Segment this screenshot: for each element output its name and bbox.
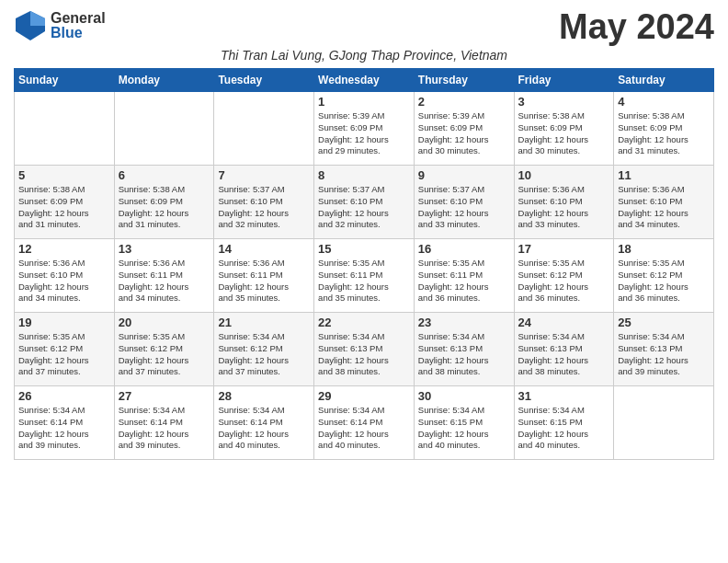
calendar-cell: 28Sunrise: 5:34 AM Sunset: 6:14 PM Dayli… xyxy=(214,386,314,460)
day-info: Sunrise: 5:39 AM Sunset: 6:09 PM Dayligh… xyxy=(318,110,410,157)
day-info: Sunrise: 5:36 AM Sunset: 6:11 PM Dayligh… xyxy=(119,258,210,304)
day-number: 11 xyxy=(618,168,710,182)
day-info: Sunrise: 5:34 AM Sunset: 6:13 PM Dayligh… xyxy=(518,331,610,378)
day-number: 6 xyxy=(119,168,210,182)
day-info: Sunrise: 5:35 AM Sunset: 6:11 PM Dayligh… xyxy=(418,258,510,304)
calendar-cell xyxy=(114,92,214,166)
day-info: Sunrise: 5:36 AM Sunset: 6:10 PM Dayligh… xyxy=(618,184,710,231)
day-number: 4 xyxy=(618,95,710,109)
calendar-cell: 8Sunrise: 5:37 AM Sunset: 6:10 PM Daylig… xyxy=(314,166,415,239)
day-number: 21 xyxy=(218,316,310,329)
day-number: 9 xyxy=(418,168,510,182)
day-number: 19 xyxy=(18,316,110,329)
day-number: 31 xyxy=(518,389,610,403)
day-number: 22 xyxy=(318,316,410,329)
calendar-cell: 27Sunrise: 5:34 AM Sunset: 6:14 PM Dayli… xyxy=(114,386,214,460)
column-header-monday: Monday xyxy=(114,69,214,92)
header: General Blue May 2024 xyxy=(14,9,714,44)
day-number: 23 xyxy=(418,316,510,329)
day-info: Sunrise: 5:34 AM Sunset: 6:13 PM Dayligh… xyxy=(318,331,410,378)
day-info: Sunrise: 5:38 AM Sunset: 6:09 PM Dayligh… xyxy=(18,184,110,231)
day-number: 7 xyxy=(218,168,310,182)
calendar-cell: 13Sunrise: 5:36 AM Sunset: 6:11 PM Dayli… xyxy=(114,239,214,313)
calendar-cell: 26Sunrise: 5:34 AM Sunset: 6:14 PM Dayli… xyxy=(15,386,115,460)
logo-general: General xyxy=(51,10,106,26)
day-number: 5 xyxy=(18,168,110,182)
calendar-cell xyxy=(214,92,314,166)
calendar-week-2: 5Sunrise: 5:38 AM Sunset: 6:09 PM Daylig… xyxy=(15,166,714,239)
day-info: Sunrise: 5:35 AM Sunset: 6:12 PM Dayligh… xyxy=(518,258,610,304)
day-info: Sunrise: 5:34 AM Sunset: 6:13 PM Dayligh… xyxy=(618,331,710,378)
calendar-cell: 24Sunrise: 5:34 AM Sunset: 6:13 PM Dayli… xyxy=(514,313,614,386)
calendar-week-5: 26Sunrise: 5:34 AM Sunset: 6:14 PM Dayli… xyxy=(15,386,714,460)
day-info: Sunrise: 5:34 AM Sunset: 6:13 PM Dayligh… xyxy=(418,331,510,378)
calendar-subtitle: Thi Tran Lai Vung, GJong Thap Province, … xyxy=(14,48,714,63)
calendar-cell xyxy=(614,386,714,460)
logo-blue: Blue xyxy=(51,25,83,40)
day-info: Sunrise: 5:36 AM Sunset: 6:10 PM Dayligh… xyxy=(518,184,610,231)
day-info: Sunrise: 5:39 AM Sunset: 6:09 PM Dayligh… xyxy=(418,110,510,157)
calendar-week-1: 1Sunrise: 5:39 AM Sunset: 6:09 PM Daylig… xyxy=(15,92,714,166)
day-info: Sunrise: 5:34 AM Sunset: 6:14 PM Dayligh… xyxy=(218,405,310,452)
calendar-cell: 4Sunrise: 5:38 AM Sunset: 6:09 PM Daylig… xyxy=(614,92,714,166)
day-number: 8 xyxy=(318,168,410,182)
logo: General Blue xyxy=(14,9,106,42)
day-number: 15 xyxy=(318,242,410,256)
logo-text: General Blue xyxy=(51,11,106,40)
calendar-cell: 9Sunrise: 5:37 AM Sunset: 6:10 PM Daylig… xyxy=(414,166,514,239)
calendar-cell: 6Sunrise: 5:38 AM Sunset: 6:09 PM Daylig… xyxy=(114,166,214,239)
calendar-cell: 25Sunrise: 5:34 AM Sunset: 6:13 PM Dayli… xyxy=(614,313,714,386)
day-number: 25 xyxy=(618,316,710,329)
day-info: Sunrise: 5:35 AM Sunset: 6:11 PM Dayligh… xyxy=(318,258,410,304)
calendar-cell: 14Sunrise: 5:36 AM Sunset: 6:11 PM Dayli… xyxy=(214,239,314,313)
day-info: Sunrise: 5:38 AM Sunset: 6:09 PM Dayligh… xyxy=(618,110,710,157)
svg-marker-1 xyxy=(30,11,45,26)
calendar-cell: 31Sunrise: 5:34 AM Sunset: 6:15 PM Dayli… xyxy=(514,386,614,460)
day-number: 3 xyxy=(518,95,610,109)
day-number: 24 xyxy=(518,316,610,329)
calendar-table: SundayMondayTuesdayWednesdayThursdayFrid… xyxy=(14,68,714,460)
calendar-cell: 1Sunrise: 5:39 AM Sunset: 6:09 PM Daylig… xyxy=(314,92,415,166)
calendar-cell: 16Sunrise: 5:35 AM Sunset: 6:11 PM Dayli… xyxy=(414,239,514,313)
day-info: Sunrise: 5:34 AM Sunset: 6:12 PM Dayligh… xyxy=(218,331,310,378)
day-info: Sunrise: 5:36 AM Sunset: 6:10 PM Dayligh… xyxy=(18,258,110,304)
calendar-cell: 7Sunrise: 5:37 AM Sunset: 6:10 PM Daylig… xyxy=(214,166,314,239)
day-info: Sunrise: 5:34 AM Sunset: 6:14 PM Dayligh… xyxy=(318,405,410,452)
calendar-cell: 22Sunrise: 5:34 AM Sunset: 6:13 PM Dayli… xyxy=(314,313,415,386)
calendar-cell: 11Sunrise: 5:36 AM Sunset: 6:10 PM Dayli… xyxy=(614,166,714,239)
calendar-cell: 3Sunrise: 5:38 AM Sunset: 6:09 PM Daylig… xyxy=(514,92,614,166)
day-number: 30 xyxy=(418,389,510,403)
day-number: 2 xyxy=(418,95,510,109)
calendar-cell xyxy=(15,92,115,166)
column-header-sunday: Sunday xyxy=(15,69,115,92)
day-info: Sunrise: 5:37 AM Sunset: 6:10 PM Dayligh… xyxy=(418,184,510,231)
day-number: 29 xyxy=(318,389,410,403)
day-number: 20 xyxy=(119,316,210,329)
day-info: Sunrise: 5:34 AM Sunset: 6:15 PM Dayligh… xyxy=(418,405,510,452)
calendar-cell: 30Sunrise: 5:34 AM Sunset: 6:15 PM Dayli… xyxy=(414,386,514,460)
calendar-cell: 2Sunrise: 5:39 AM Sunset: 6:09 PM Daylig… xyxy=(414,92,514,166)
day-info: Sunrise: 5:34 AM Sunset: 6:14 PM Dayligh… xyxy=(18,405,110,452)
column-header-tuesday: Tuesday xyxy=(214,69,314,92)
day-number: 14 xyxy=(218,242,310,256)
day-info: Sunrise: 5:35 AM Sunset: 6:12 PM Dayligh… xyxy=(618,258,710,304)
calendar-cell: 18Sunrise: 5:35 AM Sunset: 6:12 PM Dayli… xyxy=(614,239,714,313)
day-info: Sunrise: 5:34 AM Sunset: 6:14 PM Dayligh… xyxy=(119,405,210,452)
calendar-cell: 15Sunrise: 5:35 AM Sunset: 6:11 PM Dayli… xyxy=(314,239,415,313)
logo-icon xyxy=(14,9,47,42)
calendar-week-3: 12Sunrise: 5:36 AM Sunset: 6:10 PM Dayli… xyxy=(15,239,714,313)
calendar-week-4: 19Sunrise: 5:35 AM Sunset: 6:12 PM Dayli… xyxy=(15,313,714,386)
day-info: Sunrise: 5:34 AM Sunset: 6:15 PM Dayligh… xyxy=(518,405,610,452)
calendar-header-row: SundayMondayTuesdayWednesdayThursdayFrid… xyxy=(15,69,714,92)
day-number: 16 xyxy=(418,242,510,256)
column-header-saturday: Saturday xyxy=(614,69,714,92)
calendar-cell: 29Sunrise: 5:34 AM Sunset: 6:14 PM Dayli… xyxy=(314,386,415,460)
calendar-cell: 12Sunrise: 5:36 AM Sunset: 6:10 PM Dayli… xyxy=(15,239,115,313)
day-info: Sunrise: 5:37 AM Sunset: 6:10 PM Dayligh… xyxy=(318,184,410,231)
day-number: 26 xyxy=(18,389,110,403)
day-number: 17 xyxy=(518,242,610,256)
calendar-cell: 19Sunrise: 5:35 AM Sunset: 6:12 PM Dayli… xyxy=(15,313,115,386)
day-number: 1 xyxy=(318,95,410,109)
day-info: Sunrise: 5:36 AM Sunset: 6:11 PM Dayligh… xyxy=(218,258,310,304)
calendar-cell: 10Sunrise: 5:36 AM Sunset: 6:10 PM Dayli… xyxy=(514,166,614,239)
